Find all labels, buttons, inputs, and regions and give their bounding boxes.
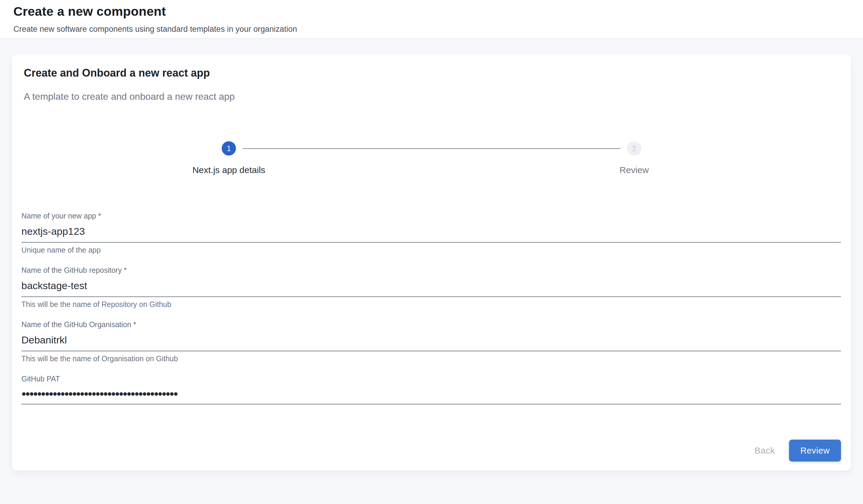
- card-description: A template to create and onboard a new r…: [24, 91, 839, 102]
- step-1-number: 1: [227, 144, 231, 153]
- step-1-indicator: 1: [222, 141, 236, 156]
- github-pat-label: GitHub PAT: [21, 375, 841, 383]
- page-header: Create a new component Create new softwa…: [0, 0, 863, 39]
- field-app-name: Name of your new app * Unique name of th…: [21, 212, 841, 254]
- github-organisation-label: Name of the GitHub Organisation *: [21, 320, 841, 329]
- content-area: Create and Onboard a new react app A tem…: [0, 39, 863, 471]
- app-name-helper: Unique name of the app: [21, 246, 841, 254]
- step-review: 2 Review: [432, 141, 837, 175]
- form-actions: Back Review: [22, 440, 841, 462]
- app-name-input[interactable]: [21, 222, 841, 243]
- step-2-label: Review: [620, 165, 649, 175]
- github-pat-input[interactable]: [21, 385, 841, 404]
- stepper: 1 Next.js app details 2 Review: [26, 141, 837, 175]
- card-title: Create and Onboard a new react app: [24, 67, 839, 79]
- stepper-connector-line: [242, 148, 621, 149]
- github-organisation-input[interactable]: [21, 331, 841, 351]
- template-card: Create and Onboard a new react app A tem…: [12, 54, 851, 471]
- github-repository-label: Name of the GitHub repository *: [21, 266, 841, 274]
- page-subtitle: Create new software components using sta…: [13, 25, 850, 34]
- field-github-repository: Name of the GitHub repository * This wil…: [21, 266, 841, 309]
- step-nextjs-app-details: 1 Next.js app details: [26, 141, 432, 175]
- back-button[interactable]: Back: [747, 442, 782, 459]
- github-organisation-helper: This will be the name of Organisation on…: [21, 354, 841, 363]
- github-repository-helper: This will be the name of Repository on G…: [21, 300, 841, 309]
- app-name-label: Name of your new app *: [21, 212, 841, 220]
- github-repository-input[interactable]: [21, 276, 841, 297]
- step-2-number: 2: [632, 144, 636, 153]
- page-title: Create a new component: [13, 4, 850, 19]
- scaffolder-form: Name of your new app * Unique name of th…: [21, 212, 841, 404]
- field-github-pat: GitHub PAT: [21, 375, 841, 404]
- step-2-indicator: 2: [627, 141, 641, 156]
- review-button[interactable]: Review: [789, 440, 841, 462]
- step-1-label: Next.js app details: [192, 165, 265, 175]
- field-github-organisation: Name of the GitHub Organisation * This w…: [21, 320, 841, 363]
